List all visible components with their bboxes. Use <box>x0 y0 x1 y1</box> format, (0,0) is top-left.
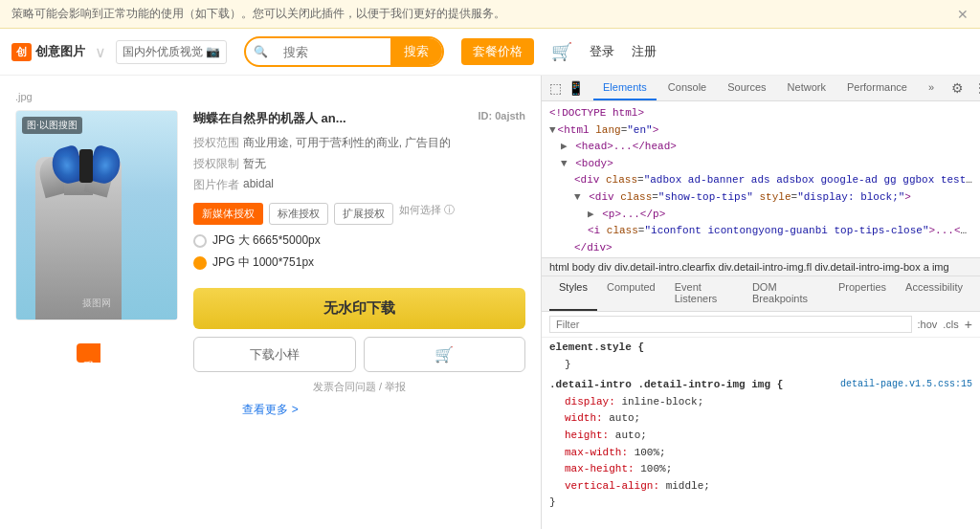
breadcrumb-html[interactable]: html <box>549 261 569 273</box>
logo-label: 创意图片 <box>35 43 85 60</box>
devtools-tab-network[interactable]: Network <box>778 76 835 100</box>
size-radio-large[interactable] <box>193 234 207 248</box>
detail-info: 蝴蝶在自然界的机器人 an... ID: 0ajsth 授权范围 商业用途, 可… <box>193 110 525 394</box>
license-scope-label: 授权范围 <box>193 135 239 151</box>
license-scope-value: 商业用途, 可用于营利性的商业, 广告目的 <box>243 135 451 151</box>
region-label: 国内外优质视觉 <box>122 44 203 60</box>
size-options: JPG 大 6665*5000px JPG 中 1000*751px <box>193 232 525 271</box>
warning-text: 策略可能会影响到正常功能的使用（如下载）。您可以关闭此插件，以便于我们更好的提供… <box>11 6 505 22</box>
html-line: ▼ <body> <box>542 156 980 173</box>
breadcrumb-img-fl[interactable]: div.detail-intro-img.fl <box>719 261 813 273</box>
breadcrumb-img-box[interactable]: div.detail-intro-img-box <box>814 261 920 273</box>
styles-tab-properties[interactable]: Properties <box>829 276 896 311</box>
photo-by-value: abidal <box>243 177 274 193</box>
tab-standard[interactable]: 标准授权 <box>269 203 328 225</box>
devtools-tab-elements[interactable]: Elements <box>593 76 657 100</box>
devtools-breadcrumb: html body div div.detail-intro.clearfix … <box>542 257 980 276</box>
devtools-icon-inspect[interactable]: ⬚ <box>549 80 562 96</box>
download-sample-button[interactable]: 下载小样 <box>193 337 356 372</box>
search-box: 🔍 搜索 <box>244 36 444 67</box>
cart-icon[interactable]: 🛒 <box>551 41 572 62</box>
breadcrumb-div[interactable]: div <box>598 261 612 273</box>
license-limit-row: 授权限制 暂无 <box>193 156 525 172</box>
detail-image-box: 图·以图搜图 摄图网 <box>15 110 178 320</box>
html-line: </div> <box>542 240 980 257</box>
butterfly-scene <box>16 111 177 320</box>
search-input[interactable] <box>276 41 390 63</box>
styles-panel: element.style { } .detail-intro .detail-… <box>542 338 980 529</box>
invoice-link[interactable]: 发票合同问题 / 举报 <box>193 380 525 394</box>
devtools-tab-console[interactable]: Console <box>658 76 716 100</box>
detail-panel: .jpg <box>0 76 541 529</box>
styles-hov-toggle[interactable]: :hov <box>918 319 938 330</box>
devtools-tab-more[interactable]: » <box>919 76 944 100</box>
html-line: ▶ <head>...</head> <box>542 139 980 156</box>
license-limit-label: 授权限制 <box>193 156 239 172</box>
register-link[interactable]: 注册 <box>632 43 657 60</box>
html-line: ▼ <div class="show-top-tips" style="disp… <box>542 189 980 207</box>
search-button[interactable]: 搜索 <box>390 38 442 65</box>
devtools-html-panel: <!DOCTYPE html> ▼<html lang="en"> ▶ <hea… <box>542 101 980 257</box>
search-icon: 🔍 <box>246 41 276 62</box>
watermark: 摄图网 <box>16 297 177 310</box>
login-link[interactable]: 登录 <box>590 43 614 60</box>
region-selector[interactable]: 国内外优质视觉 📷 <box>116 40 227 64</box>
styles-filter-input[interactable] <box>549 316 912 333</box>
devtools-top-tabs: ⬚ 📱 Elements Console Sources Network Per… <box>542 76 980 101</box>
size-jpg-large-label: JPG 大 6665*5000px <box>212 232 321 249</box>
tab-expand[interactable]: 扩展授权 <box>334 203 393 225</box>
html-line: <!DOCTYPE html> <box>542 105 980 122</box>
styles-tab-computed[interactable]: Computed <box>597 276 665 311</box>
reverse-search-btn[interactable]: 图·以图搜图 <box>22 117 82 134</box>
license-tabs: 新媒体授权 标准授权 扩展授权 如何选择 ⓘ <box>193 203 525 225</box>
html-line: <i class="iconfont icontongyong-guanbi t… <box>542 223 980 240</box>
warning-close-btn[interactable]: ✕ <box>957 7 969 22</box>
detail-title-row: 蝴蝶在自然界的机器人 an... ID: 0ajsth <box>193 110 525 127</box>
license-scope-row: 授权范围 商业用途, 可用于营利性的商业, 广告目的 <box>193 135 525 151</box>
breadcrumb-a[interactable]: a <box>924 261 929 273</box>
styles-cls-toggle[interactable]: .cls <box>943 319 959 330</box>
contact-button[interactable]: 联系客服 <box>77 343 100 363</box>
styles-filter: :hov .cls + <box>542 312 980 338</box>
styles-tab-accessibility[interactable]: Accessibility <box>896 276 972 311</box>
download-main-button[interactable]: 无水印下载 <box>193 288 525 329</box>
html-line: ▶ <p>...</p> <box>542 207 980 224</box>
cart-button[interactable]: 🛒 <box>364 337 526 372</box>
logo-icon: 创 <box>11 43 32 61</box>
size-jpg-large[interactable]: JPG 大 6665*5000px <box>193 232 525 249</box>
header: 创 创意图片 ∨ 国内外优质视觉 📷 🔍 搜索 套餐价格 🛒 登录 注册 <box>0 29 980 76</box>
size-radio-medium[interactable] <box>193 256 207 270</box>
devtools-tab-performance[interactable]: Performance <box>837 76 917 100</box>
styles-tab-dom-breakpoints[interactable]: DOM Breakpoints <box>743 276 829 311</box>
main-content: .jpg <box>0 76 980 529</box>
photo-by-label: 图片作者 <box>193 177 239 193</box>
camera-icon: 📷 <box>206 45 220 58</box>
breadcrumb-body[interactable]: body <box>572 261 595 273</box>
devtools-tab-sources[interactable]: Sources <box>718 76 775 100</box>
css-rule-element-style: element.style { } <box>542 338 980 375</box>
styles-add-rule[interactable]: + <box>965 317 972 332</box>
size-jpg-medium[interactable]: JPG 中 1000*751px <box>193 254 525 271</box>
photo-by-row: 图片作者 abidal <box>193 177 525 193</box>
how-to-choose-link[interactable]: 如何选择 ⓘ <box>399 203 455 225</box>
devtools-more-button[interactable]: ⋮ <box>969 78 980 98</box>
devtools-panel: ⬚ 📱 Elements Console Sources Network Per… <box>541 76 980 529</box>
styles-tab-event-listeners[interactable]: Event Listeners <box>665 276 743 311</box>
css-rule-detail-intro-img: .detail-intro .detail-intro-img img { de… <box>542 375 980 514</box>
html-line: ▼<html lang="en"> <box>542 122 980 140</box>
devtools-gear-button[interactable]: ⚙ <box>947 78 968 98</box>
breadcrumb-detail-intro[interactable]: div.detail-intro.clearfix <box>614 261 716 273</box>
package-price-button[interactable]: 套餐价格 <box>461 38 534 65</box>
styles-tab-styles[interactable]: Styles <box>549 276 597 311</box>
tab-new-media[interactable]: 新媒体授权 <box>193 203 263 225</box>
styles-tabs: Styles Computed Event Listeners DOM Brea… <box>542 276 980 312</box>
see-more-link[interactable]: 查看更多 > <box>15 402 525 418</box>
image-id: ID: 0ajsth <box>478 110 525 121</box>
license-limit-value: 暂无 <box>243 156 266 172</box>
breadcrumb-img[interactable]: img <box>932 261 949 273</box>
devtools-icon-device[interactable]: 📱 <box>568 80 584 96</box>
size-jpg-medium-label: JPG 中 1000*751px <box>212 254 314 271</box>
logo[interactable]: 创 创意图片 <box>11 43 85 61</box>
image-title: 蝴蝶在自然界的机器人 an... <box>193 110 346 127</box>
html-line: <div class="adbox ad-banner ads adsbox g… <box>542 172 980 189</box>
